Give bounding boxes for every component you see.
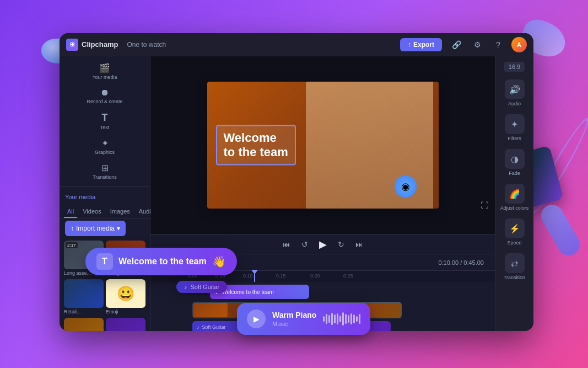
media-label-3: Retail... <box>64 308 104 316</box>
panel-item-transition[interactable]: ⇄ Transition <box>504 253 525 280</box>
import-icon: ↑ <box>71 225 74 232</box>
graphics-icon: ✦ <box>101 138 109 148</box>
wave-bar-14 <box>359 314 360 324</box>
main-content: 🎬 Your media ⏺ Record & create T Text ✦ … <box>60 56 533 331</box>
media-filter-tabs: All Videos Images Audio <box>60 202 150 218</box>
sidebar-item-graphics[interactable]: ✦ Graphics <box>62 135 148 158</box>
media-item-sandstone[interactable]: Sandstone... <box>64 318 104 331</box>
sidebar: 🎬 Your media ⏺ Record & create T Text ✦ … <box>60 56 150 331</box>
ruler-0-20: 0:20 <box>310 273 320 279</box>
colors-panel-icon: 🌈 <box>505 184 525 204</box>
user-avatar[interactable]: A <box>511 37 527 52</box>
text-icon: T <box>102 112 108 124</box>
media-label-4: Emoji <box>106 308 145 316</box>
wave-bar-7 <box>339 316 341 322</box>
fullscreen-button[interactable]: ⛶ <box>481 201 488 210</box>
project-name[interactable]: One to watch <box>127 41 166 49</box>
media-icon: 🎬 <box>99 63 110 73</box>
chevron-down-icon: ▾ <box>117 225 120 232</box>
ratio-badge[interactable]: 16:9 <box>504 62 525 72</box>
video-frame-6 <box>366 303 401 317</box>
decorative-tube-right <box>537 201 584 260</box>
filters-panel-icon: ✦ <box>505 114 525 134</box>
waveform <box>323 311 360 327</box>
your-media-label: Your media <box>60 189 150 202</box>
share-button[interactable]: 🔗 <box>449 37 464 52</box>
skip-to-start-button[interactable]: ⏮ <box>280 238 293 251</box>
wave-bar-4 <box>331 313 333 325</box>
video-text-line1: Welcome <box>224 131 288 145</box>
wave-bar-5 <box>334 314 336 323</box>
panel-item-fade[interactable]: ◑ Fade <box>505 149 525 176</box>
filters-panel-label: Filters <box>508 136 521 141</box>
fast-forward-button[interactable]: ↻ <box>336 238 347 251</box>
transition-panel-label: Transition <box>504 275 525 280</box>
wave-bar-10 <box>348 315 349 323</box>
tab-images[interactable]: Images <box>107 206 133 218</box>
video-text-overlay[interactable]: Welcome to the team <box>216 125 296 166</box>
media-duration-1: 2:17 <box>66 242 78 248</box>
export-button[interactable]: ↑ Export <box>400 38 442 51</box>
wave-bar-8 <box>342 312 344 326</box>
logo-icon: ⊞ <box>66 39 78 51</box>
wave-bar-9 <box>345 314 347 324</box>
rewind-button[interactable]: ↺ <box>299 238 310 251</box>
sidebar-item-text[interactable]: T Text <box>62 109 148 134</box>
wave-bar-13 <box>356 316 358 322</box>
time-display: 0:10.00 / 0:45.00 <box>438 259 484 266</box>
app-title: Clipchamp <box>82 40 118 49</box>
settings-button[interactable]: ⚙ <box>470 37 485 52</box>
media-thumb-3 <box>64 279 104 308</box>
media-item-background2[interactable]: Background... ▾ <box>106 318 145 331</box>
piano-play-button[interactable]: ▶ <box>247 310 266 328</box>
transitions-icon: ⊞ <box>101 163 109 173</box>
fade-panel-label: Fade <box>509 170 520 176</box>
media-item-retail[interactable]: Retail... <box>64 279 104 316</box>
panel-item-speed[interactable]: ⚡ Speed <box>505 218 525 246</box>
media-thumb-5 <box>64 318 104 331</box>
media-thumb-6 <box>106 318 145 331</box>
pill-text-label: Welcome to the team <box>118 257 207 266</box>
hand-cursor-icon: 👋 <box>212 255 226 268</box>
playhead[interactable] <box>254 271 255 282</box>
sidebar-item-your-media[interactable]: 🎬 Your media <box>62 60 148 83</box>
sidebar-item-record[interactable]: ⏺ Record & create <box>62 84 148 108</box>
floating-soft-guitar[interactable]: ♪ Soft Guitar <box>176 281 227 293</box>
wave-bar-11 <box>350 313 352 324</box>
panel-item-adjust-colors[interactable]: 🌈 Adjust colors <box>500 184 529 211</box>
sidebar-item-transitions[interactable]: ⊞ Transitions <box>62 159 148 183</box>
speed-panel-icon: ⚡ <box>505 218 525 238</box>
import-media-button[interactable]: ↑ Import media ▾ <box>65 221 126 236</box>
audio-panel-label: Audio <box>508 101 521 106</box>
piano-subtitle: Music <box>272 321 316 327</box>
video-text-line2: to the team <box>224 145 288 159</box>
video-frame-1 <box>193 303 228 317</box>
transition-panel-icon: ⇄ <box>505 253 525 273</box>
top-bar: ⊞ Clipchamp One to watch ↑ Export 🔗 ⚙ ? … <box>60 33 533 56</box>
audio-panel-icon: 🔊 <box>505 79 525 99</box>
play-button[interactable]: ▶ <box>317 236 329 253</box>
wave-bar-2 <box>326 314 327 324</box>
panel-item-filters[interactable]: ✦ Filters <box>505 114 525 141</box>
text-track-label: Welcome to the team <box>222 289 273 295</box>
video-frame: Welcome to the team ◉ <box>207 82 439 209</box>
media-item-emoji[interactable]: 😀 Emoji <box>106 279 145 316</box>
soft-guitar-label: Soft Guitar <box>191 284 220 290</box>
audio-track-label: Soft Guitar <box>202 324 226 330</box>
cortana-icon: ◉ <box>395 175 417 198</box>
ruler-0-25: 0:25 <box>343 273 353 279</box>
fade-panel-icon: ◑ <box>505 149 525 169</box>
tab-videos[interactable]: Videos <box>79 206 104 218</box>
floating-text-pill[interactable]: T Welcome to the team 👋 <box>85 248 237 275</box>
wave-bar-1 <box>323 316 325 322</box>
colors-panel-label: Adjust colors <box>500 205 529 211</box>
help-button[interactable]: ? <box>490 37 506 52</box>
skip-to-end-button[interactable]: ⏭ <box>353 238 365 251</box>
floating-warm-piano[interactable]: ▶ Warm Piano Music <box>237 303 370 335</box>
panel-item-audio[interactable]: 🔊 Audio <box>505 79 525 106</box>
tab-all[interactable]: All <box>64 206 77 218</box>
piano-title: Warm Piano <box>272 311 316 319</box>
speed-panel-label: Speed <box>507 240 521 246</box>
playhead-triangle <box>251 270 258 274</box>
audio-note-icon: ♪ <box>197 324 199 330</box>
